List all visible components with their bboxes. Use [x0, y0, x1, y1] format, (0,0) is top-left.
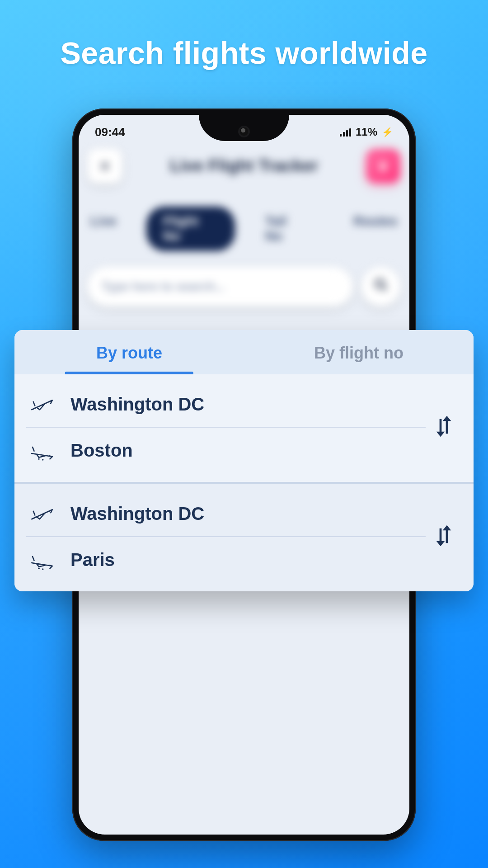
charging-icon: ⚡ — [382, 127, 393, 137]
row-divider — [26, 536, 426, 537]
menu-button[interactable]: ≡ — [88, 149, 122, 183]
promo-stage: Search flights worldwide 09:44 11% ⚡ ≡ — [0, 0, 488, 868]
svg-point-4 — [38, 568, 40, 570]
to-row[interactable]: Paris — [26, 538, 426, 581]
swap-button[interactable] — [426, 414, 462, 441]
from-label: Washington DC — [70, 504, 204, 524]
route-group: Washington DC Paris — [14, 482, 474, 591]
tab-live[interactable]: Live — [79, 207, 133, 251]
plane-takeoff-icon — [26, 392, 58, 417]
swap-button[interactable] — [426, 523, 462, 550]
from-row[interactable]: Washington DC — [26, 382, 426, 426]
app-title: Live Flight Tracker — [170, 156, 318, 175]
route-rows: Washington DC Boston — [26, 382, 426, 472]
tab-by-route[interactable]: By route — [14, 330, 244, 374]
premium-button[interactable]: ♛ — [366, 149, 400, 183]
swap-vertical-icon — [431, 523, 456, 550]
phone-notch — [199, 115, 289, 141]
tab-tail-no[interactable]: Tail No — [249, 207, 324, 251]
plane-landing-icon — [26, 547, 58, 572]
svg-point-2 — [38, 458, 40, 460]
search-input[interactable]: Type here to search... — [88, 267, 353, 307]
svg-point-3 — [42, 459, 44, 461]
search-icon — [373, 277, 389, 296]
search-placeholder: Type here to search... — [102, 279, 225, 294]
plane-landing-icon — [26, 438, 58, 463]
cellular-signal-icon — [340, 127, 351, 137]
swap-vertical-icon — [431, 414, 456, 441]
filter-tabs: Live Flight No Tail No Routes — [79, 207, 409, 251]
search-overlay-card: By route By flight no Washington DC — [14, 330, 474, 591]
to-label: Boston — [70, 440, 133, 461]
menu-icon: ≡ — [100, 157, 109, 175]
svg-point-5 — [42, 568, 44, 570]
status-right: 11% ⚡ — [340, 126, 393, 138]
crown-icon: ♛ — [377, 158, 389, 174]
search-button[interactable] — [361, 267, 401, 307]
search-row: Type here to search... — [88, 267, 400, 307]
plane-takeoff-icon — [26, 501, 58, 526]
from-label: Washington DC — [70, 394, 204, 415]
tab-by-flight-no[interactable]: By flight no — [244, 330, 474, 374]
route-rows: Washington DC Paris — [26, 492, 426, 581]
tab-routes[interactable]: Routes — [337, 207, 409, 251]
row-divider — [26, 427, 426, 428]
status-time: 09:44 — [95, 125, 125, 139]
app-header: ≡ Live Flight Tracker ♛ — [79, 149, 409, 183]
route-group: Washington DC Boston — [14, 374, 474, 482]
to-row[interactable]: Boston — [26, 429, 426, 472]
headline: Search flights worldwide — [0, 35, 488, 71]
svg-line-1 — [383, 287, 386, 290]
tab-flight-no[interactable]: Flight No — [146, 207, 235, 251]
from-row[interactable]: Washington DC — [26, 492, 426, 535]
battery-text: 11% — [356, 126, 377, 138]
to-label: Paris — [70, 550, 115, 570]
overlay-tabs: By route By flight no — [14, 330, 474, 374]
